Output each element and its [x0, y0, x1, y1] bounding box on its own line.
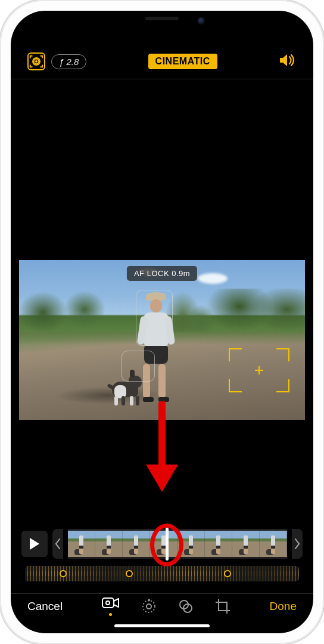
af-lock-badge: AF LOCK 0.9m: [127, 266, 197, 281]
notch: [94, 11, 230, 31]
done-button[interactable]: Done: [270, 600, 297, 613]
focus-keyframe-marker[interactable]: [126, 570, 133, 577]
focus-keyframe-marker[interactable]: [60, 570, 67, 577]
filmstrip-thumb[interactable]: [260, 531, 287, 557]
editor-top-bar: ƒ 2.8 CINEMATIC: [11, 52, 313, 79]
aperture-button[interactable]: ƒ 2.8: [51, 54, 86, 69]
filmstrip-thumb[interactable]: [205, 531, 232, 557]
focus-keyframe-marker[interactable]: [224, 570, 231, 577]
svg-point-7: [143, 600, 155, 612]
svg-marker-4: [30, 538, 39, 550]
svg-point-8: [147, 604, 151, 609]
cancel-button[interactable]: Cancel: [27, 600, 63, 613]
play-button[interactable]: [21, 531, 48, 557]
filmstrip-thumb[interactable]: [68, 531, 95, 557]
focus-bracket-person[interactable]: [136, 290, 173, 346]
tool-filters[interactable]: [178, 599, 194, 614]
aperture-label: ƒ 2.8: [59, 57, 79, 67]
filmstrip[interactable]: [68, 529, 287, 559]
timeline-row: [11, 529, 313, 559]
svg-point-6: [106, 601, 110, 605]
svg-point-9: [148, 599, 150, 601]
filmstrip-thumb[interactable]: [95, 531, 123, 557]
playhead[interactable]: [166, 527, 169, 561]
filmstrip-thumb[interactable]: [232, 531, 260, 557]
depth-control-icon[interactable]: [27, 52, 45, 70]
tool-video[interactable]: [102, 596, 120, 616]
tool-crop[interactable]: [215, 599, 230, 614]
filmstrip-thumb[interactable]: [123, 531, 150, 557]
phone-mockup-frame: ƒ 2.8 CINEMATIC: [0, 0, 324, 644]
screen: ƒ 2.8 CINEMATIC: [11, 11, 313, 633]
svg-point-0: [34, 59, 39, 64]
filmstrip-thumb[interactable]: [177, 531, 205, 557]
svg-point-1: [36, 61, 37, 62]
video-preview-area[interactable]: AF LOCK 0.9m: [11, 79, 313, 529]
focus-target-box[interactable]: [229, 348, 289, 392]
focus-bracket-dog[interactable]: [122, 351, 155, 382]
editor-bottom-bar: Cancel Done: [11, 593, 313, 622]
tool-adjust[interactable]: [141, 599, 157, 614]
cinematic-mode-badge[interactable]: CINEMATIC: [148, 54, 217, 69]
video-frame[interactable]: AF LOCK 0.9m: [19, 260, 305, 420]
filmstrip-thumb[interactable]: [150, 531, 177, 557]
focus-keyframe-track[interactable]: [25, 566, 299, 581]
svg-rect-5: [102, 598, 114, 608]
trim-handle-right[interactable]: [292, 529, 303, 559]
volume-icon[interactable]: [279, 52, 297, 70]
home-indicator[interactable]: [114, 624, 210, 627]
active-indicator-dot: [109, 613, 112, 616]
trim-handle-left[interactable]: [52, 529, 63, 559]
